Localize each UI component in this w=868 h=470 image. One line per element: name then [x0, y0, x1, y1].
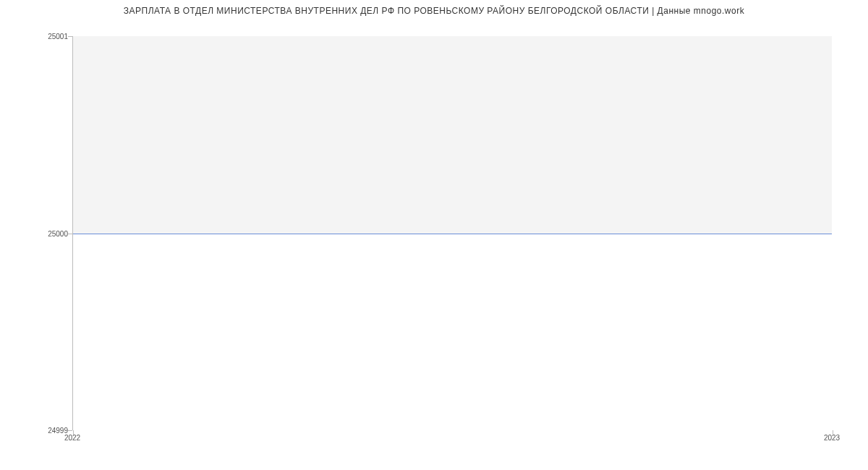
plot-band-lower	[73, 234, 832, 431]
salary-line-chart: ЗАРПЛАТА В ОТДЕЛ МИНИСТЕРСТВА ВНУТРЕННИХ…	[0, 0, 868, 470]
y-tick	[68, 430, 72, 431]
data-line-series-0	[73, 234, 832, 234]
y-axis-label: 25000	[48, 229, 68, 237]
x-axis-label: 2023	[824, 434, 840, 442]
y-axis-label: 25001	[48, 33, 68, 40]
chart-title: ЗАРПЛАТА В ОТДЕЛ МИНИСТЕРСТВА ВНУТРЕННИХ…	[0, 6, 868, 16]
y-tick	[68, 234, 72, 234]
plot-band-upper	[73, 36, 832, 234]
y-axis-label: 24999	[48, 427, 68, 435]
x-axis-label: 2022	[64, 434, 80, 442]
y-tick	[68, 36, 72, 37]
plot-area	[72, 36, 832, 430]
